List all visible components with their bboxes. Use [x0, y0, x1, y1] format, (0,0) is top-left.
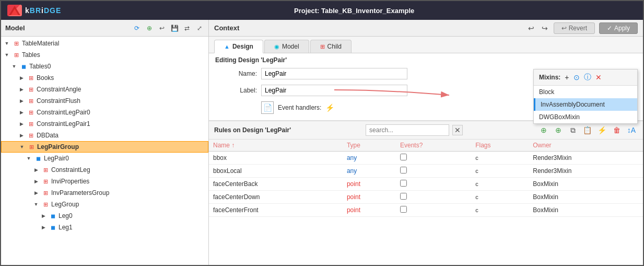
tree-item-dbData[interactable]: ▶ ⊞ DBData: [1, 130, 208, 141]
tree-item-tables[interactable]: ▼ ⊞ Tables: [1, 49, 208, 61]
toggle-leg1[interactable]: ▶: [40, 224, 47, 231]
rules-search-area: ✕: [366, 124, 463, 136]
mixin-item-invAssembly[interactable]: InvAssemblyDocument: [534, 98, 637, 111]
revert-label: Revert: [569, 25, 587, 32]
add-icon[interactable]: ⊕: [145, 24, 154, 33]
toggle-constraintFlush[interactable]: ▶: [18, 97, 25, 105]
logo: kBRiDGE: [7, 5, 61, 16]
label-input[interactable]: [261, 85, 407, 96]
toggle-inviProperties[interactable]: ▶: [32, 178, 40, 185]
tree-item-books[interactable]: ▶ ⊞ Books: [1, 72, 208, 84]
tree-item-inviProperties[interactable]: ▶ ⊞ InviProperties: [1, 176, 208, 187]
cell-events-checkbox[interactable]: [400, 180, 407, 187]
rules-search-input[interactable]: [366, 124, 449, 136]
form-and-mixins: Editing Design 'LegPair' Name: Label:: [209, 53, 643, 121]
undo-icon[interactable]: ↩: [157, 24, 167, 33]
cell-events-checkbox[interactable]: [400, 167, 407, 174]
tree-item-legGroup[interactable]: ▼ ⊞ LegGroup: [1, 199, 208, 210]
col-header-name[interactable]: Name: [209, 140, 343, 152]
toggle-dbData[interactable]: ▶: [18, 132, 25, 139]
tree-item-tableMaterial[interactable]: ▼ ⊞ TableMaterial: [1, 38, 208, 49]
col-header-type[interactable]: Type: [343, 140, 396, 152]
cell-events-checkbox[interactable]: [400, 193, 407, 200]
toggle-invParametersGroup[interactable]: ▶: [32, 189, 40, 196]
apply-button[interactable]: ✓ Apply: [599, 22, 638, 34]
col-header-flags[interactable]: Flags: [471, 140, 529, 152]
tree-item-legPair0[interactable]: ▼ ◼ LegPair0: [1, 153, 208, 164]
toggle-constraintLegPair1[interactable]: ▶: [18, 120, 25, 128]
tree-item-tables0[interactable]: ▼ ◼ Tables0: [1, 61, 208, 72]
doc-icon[interactable]: 📄: [261, 101, 274, 114]
tree-item-constraintLegPair1[interactable]: ▶ ⊞ ConstraintLegPair1: [1, 118, 208, 130]
tab-model[interactable]: ◉ Model: [264, 40, 309, 53]
tree-item-legPairGroup[interactable]: ▼ ⊞ LegPairGroup: [1, 141, 208, 153]
expand-icon[interactable]: ⤢: [195, 24, 204, 33]
icon-legPair0: ◼: [34, 154, 42, 163]
lightning-icon[interactable]: ⚡: [325, 103, 334, 112]
child-tab-icon: ⊞: [320, 43, 325, 50]
label-constraintLegPair0: ConstraintLegPair0: [37, 109, 90, 116]
toggle-tables[interactable]: ▼: [3, 51, 10, 59]
tree-item-leg0[interactable]: ▶ ◼ Leg0: [1, 210, 208, 222]
tree-item-constraintAngle[interactable]: ▶ ⊞ ConstraintAngle: [1, 84, 208, 95]
tree-item-constraintFlush[interactable]: ▶ ⊞ ConstraintFlush: [1, 95, 208, 107]
toggle-tables0[interactable]: ▼: [10, 63, 18, 70]
apply-checkmark-icon: ✓: [607, 25, 612, 32]
mixin-item-block[interactable]: Block: [534, 86, 637, 98]
rules-delete-icon[interactable]: 🗑: [611, 124, 623, 136]
mixins-info-icon[interactable]: ⓘ: [584, 73, 591, 82]
icon-legGroup: ⊞: [41, 200, 50, 209]
tab-design[interactable]: ▲ Design: [214, 40, 263, 53]
toggle-legPair0[interactable]: ▼: [25, 155, 32, 162]
event-handlers-label: Event handlers:: [278, 104, 321, 111]
search-clear-button[interactable]: ✕: [452, 125, 463, 135]
context-undo-icon[interactable]: ↩: [526, 24, 536, 33]
icon-constraintLegPair0: ⊞: [27, 108, 35, 117]
toggle-legPairGroup[interactable]: ▼: [18, 143, 26, 151]
toggle-constraintLegPair0[interactable]: ▶: [18, 109, 25, 116]
tree-item-invParametersGroup[interactable]: ▶ ⊞ InvParametersGroup: [1, 187, 208, 199]
cell-flags: c: [471, 165, 529, 178]
mixins-remove-icon[interactable]: ✕: [595, 73, 602, 82]
mixins-query-icon[interactable]: ⊙: [573, 73, 580, 82]
sync-icon[interactable]: ⇄: [182, 24, 192, 33]
cell-events-checkbox[interactable]: [400, 154, 407, 160]
form-title: Editing Design 'LegPair': [215, 56, 637, 64]
col-header-owner[interactable]: Owner: [529, 140, 643, 152]
toggle-legGroup[interactable]: ▼: [32, 201, 40, 208]
rules-sort-icon[interactable]: ↕A: [625, 124, 638, 136]
mixin-item-dwgBox[interactable]: DWGBoxMixin: [534, 111, 637, 123]
revert-button[interactable]: ↩ Revert: [554, 22, 595, 34]
rules-add-icon[interactable]: ⊕: [537, 124, 550, 136]
col-header-events[interactable]: Events?: [396, 140, 471, 152]
refresh-icon[interactable]: ⟳: [132, 24, 142, 33]
rules-paste-icon[interactable]: 📋: [581, 124, 594, 136]
tree-item-constraintLegPair0[interactable]: ▶ ⊞ ConstraintLegPair0: [1, 107, 208, 118]
name-input[interactable]: [261, 68, 407, 79]
rules-copy-icon[interactable]: ⧉: [567, 124, 579, 136]
cell-events-checkbox[interactable]: [400, 206, 407, 213]
mixins-add-icon[interactable]: +: [565, 73, 569, 82]
label-constraintLegPair1: ConstraintLegPair1: [37, 120, 90, 128]
model-tree[interactable]: ▼ ⊞ TableMaterial ▼ ⊞ Tables ▼ ◼ Tables0: [1, 37, 208, 265]
toggle-tableMaterial[interactable]: ▼: [3, 40, 10, 47]
rules-table-container[interactable]: Name Type Events? Flags Owner bboxanycRe…: [209, 140, 643, 265]
toggle-constraintLeg[interactable]: ▶: [32, 166, 40, 174]
save-icon[interactable]: 💾: [170, 24, 179, 33]
rules-add-copy-icon[interactable]: ⊕: [552, 124, 565, 136]
icon-invParametersGroup: ⊞: [41, 189, 50, 197]
tab-child[interactable]: ⊞ Child: [310, 40, 352, 53]
toggle-leg0[interactable]: ▶: [40, 212, 47, 219]
left-panel: Model ⟳ ⊕ ↩ 💾 ⇄ ⤢ ▼ ⊞ TableMaterial: [1, 20, 209, 265]
table-row: faceCenterBackpointcBoxMixin: [209, 178, 643, 191]
label-tableMaterial: TableMaterial: [22, 40, 59, 47]
label-tables0: Tables0: [29, 63, 51, 70]
toggle-constraintAngle[interactable]: ▶: [18, 86, 25, 93]
context-redo-icon[interactable]: ↪: [540, 24, 549, 33]
revert-icon: ↩: [561, 25, 567, 32]
toggle-books[interactable]: ▶: [18, 74, 25, 82]
tree-item-leg1[interactable]: ▶ ◼ Leg1: [1, 222, 208, 233]
rules-lightning-icon[interactable]: ⚡: [596, 124, 608, 136]
cell-type: any: [343, 165, 396, 178]
tree-item-constraintLeg[interactable]: ▶ ⊞ ConstraintLeg: [1, 164, 208, 176]
